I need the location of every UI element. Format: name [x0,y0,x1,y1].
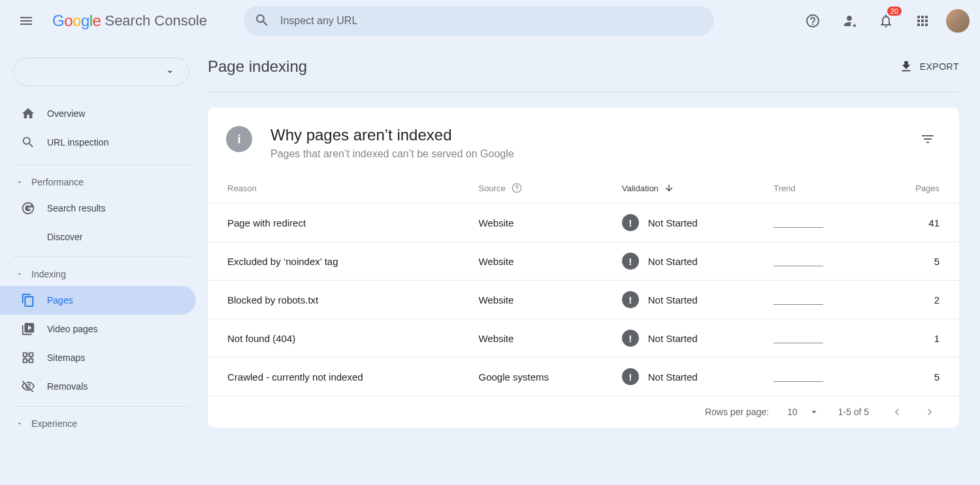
page-header: Page indexing EXPORT [208,42,959,92]
cell-trend [763,319,874,358]
page-title: Page indexing [208,57,307,76]
nav-header-label: Experience [31,418,77,429]
next-page-button[interactable] [920,405,939,418]
topbar: Google Search Console 20 [0,0,980,42]
visibility-off-icon [21,379,35,394]
avatar[interactable] [946,9,970,33]
nav-header-label: Performance [31,177,84,187]
arrow-down-icon [664,183,674,193]
reasons-table: Reason Source Validation [208,173,959,396]
info-icon: i [226,126,252,152]
search-input[interactable] [280,15,704,27]
sidebar-item-search-results[interactable]: Search results [0,194,196,223]
download-icon [899,59,913,74]
col-trend[interactable]: Trend [763,173,874,204]
sidebar-item-url-inspection[interactable]: URL inspection [0,128,196,157]
table-row[interactable]: Page with redirectWebsite!Not Started41 [208,204,959,242]
main-content: Page indexing EXPORT i Why pages aren’t … [203,42,980,446]
cell-reason: Not found (404) [208,319,468,358]
nav-divider [13,164,189,165]
chevron-right-icon [923,405,936,418]
cell-pages: 2 [874,281,959,319]
table-row[interactable]: Not found (404)Website!Not Started1 [208,319,959,358]
cell-trend [763,242,874,281]
google-g-icon [21,201,35,215]
caret-down-icon [16,420,24,428]
sidebar-item-discover[interactable]: Discover [0,223,196,251]
not-indexed-card: i Why pages aren’t indexed Pages that ar… [208,108,959,428]
asterisk-icon [21,230,35,244]
nav-header-label: Indexing [31,269,66,279]
cell-trend [763,281,874,319]
help-icon[interactable] [800,8,826,34]
google-logo: Google [52,12,101,30]
card-title: Why pages aren’t indexed [270,126,514,144]
export-button[interactable]: EXPORT [899,59,959,74]
sidebar-item-overview[interactable]: Overview [0,99,196,128]
product-logo[interactable]: Google Search Console [52,12,207,30]
url-inspect-search[interactable] [244,6,714,36]
nav-divider [13,257,189,257]
filter-button[interactable] [915,126,941,152]
apps-icon[interactable] [909,8,936,34]
cell-source: Website [468,281,611,319]
nav-label: Overview [47,108,85,119]
cell-reason: Crawled - currently not indexed [208,358,468,396]
nav-header-experience[interactable]: Experience [0,412,203,435]
cell-validation: !Not Started [612,319,763,358]
table-row[interactable]: Blocked by robots.txtWebsite!Not Started… [208,281,959,319]
exclamation-icon: ! [622,291,639,308]
nav-header-performance[interactable]: Performance [0,170,203,194]
sidebar-item-sitemaps[interactable]: Sitemaps [0,343,196,372]
cell-pages: 1 [874,319,959,358]
trend-sparkline [774,255,823,266]
sidebar-item-video-pages[interactable]: Video pages [0,315,196,343]
search-icon [21,135,35,149]
chevron-down-icon [808,406,820,418]
exclamation-icon: ! [622,214,639,231]
notifications-icon[interactable]: 20 [873,8,899,34]
notification-badge: 20 [887,7,902,16]
sitemap-icon [21,351,35,365]
menu-icon[interactable] [10,5,42,37]
col-validation[interactable]: Validation [612,173,763,204]
col-reason[interactable]: Reason [208,173,468,204]
cell-reason: Excluded by ‘noindex’ tag [208,242,468,281]
rows-value: 10 [787,407,798,417]
card-subtitle: Pages that aren’t indexed can’t be serve… [270,148,514,160]
trend-sparkline [774,216,823,228]
sidebar-item-removals[interactable]: Removals [0,372,196,401]
home-icon [21,106,35,121]
cell-reason: Page with redirect [208,204,468,242]
nav-label: Search results [47,203,105,213]
property-selector[interactable] [13,57,189,86]
nav-label: Pages [47,295,73,305]
cell-trend [763,204,874,242]
rows-per-page-select[interactable]: 10 [787,406,820,418]
table-row[interactable]: Crawled - currently not indexedGoogle sy… [208,358,959,396]
col-pages[interactable]: Pages [874,173,959,204]
sidebar: Overview URL inspection Performance Sear… [0,42,203,446]
nav-divider [13,406,189,407]
pages-icon [21,293,35,307]
table-footer: Rows per page: 10 1-5 of 5 [208,396,959,428]
help-outline-icon [511,182,523,194]
nav-header-indexing[interactable]: Indexing [0,262,203,286]
cell-source: Website [468,319,611,358]
caret-down-icon [16,270,24,278]
caret-down-icon [16,178,24,186]
cell-validation: !Not Started [612,281,763,319]
chevron-down-icon [164,66,176,78]
rows-per-page-label: Rows per page: [705,407,769,417]
sidebar-item-pages[interactable]: Pages [0,286,196,315]
cell-source: Google systems [468,358,611,396]
cell-reason: Blocked by robots.txt [208,281,468,319]
exclamation-icon: ! [622,253,639,270]
trend-sparkline [774,293,823,305]
search-icon [254,12,270,30]
prev-page-button[interactable] [887,405,907,418]
col-source[interactable]: Source [468,173,611,204]
table-row[interactable]: Excluded by ‘noindex’ tagWebsite!Not Sta… [208,242,959,281]
trend-sparkline [774,332,823,343]
users-settings-icon[interactable] [836,8,862,34]
